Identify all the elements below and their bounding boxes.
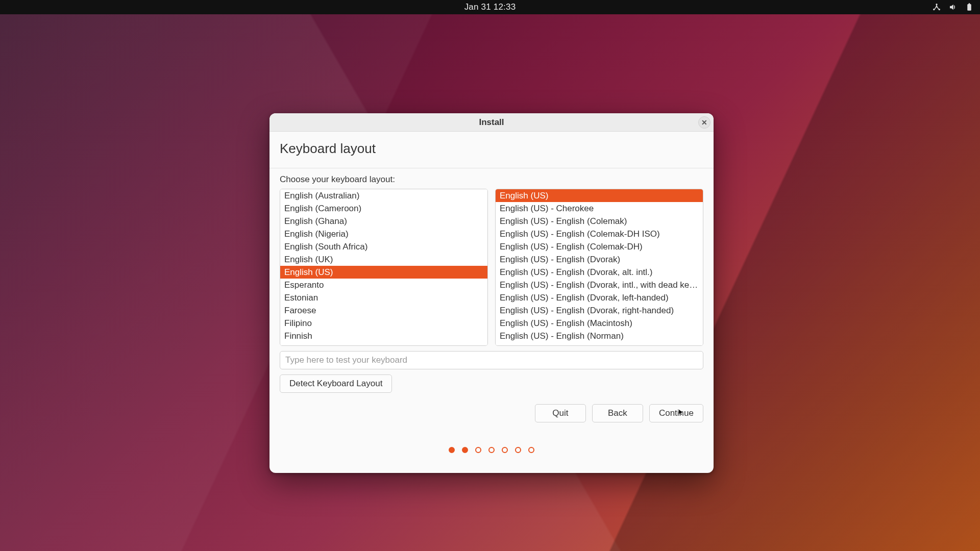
- window-titlebar: Install ✕: [270, 113, 714, 132]
- system-tray[interactable]: [932, 0, 974, 14]
- layout-lists-row: English (Australian)English (Cameroon)En…: [280, 189, 703, 346]
- progress-dot: [528, 447, 534, 453]
- variant-item[interactable]: English (US) - English (Colemak): [496, 215, 703, 228]
- layout-item[interactable]: English (South Africa): [280, 240, 487, 253]
- variant-item[interactable]: English (US) - English (Colemak-DH ISO): [496, 228, 703, 240]
- progress-dot: [449, 447, 455, 453]
- variant-item[interactable]: English (US): [496, 189, 703, 202]
- battery-icon[interactable]: [965, 3, 974, 12]
- progress-dots: [280, 447, 703, 453]
- layout-item[interactable]: Esperanto: [280, 279, 487, 291]
- variant-item[interactable]: English (US) - English (Dvorak): [496, 253, 703, 266]
- dialog-content: Keyboard layout Choose your keyboard lay…: [270, 132, 714, 473]
- gnome-top-bar: Jan 31 12:33: [0, 0, 980, 14]
- layout-item[interactable]: French: [280, 342, 487, 346]
- variant-item[interactable]: English (US) - Cherokee: [496, 202, 703, 215]
- layout-item[interactable]: English (Australian): [280, 189, 487, 202]
- detect-layout-button[interactable]: Detect Keyboard Layout: [280, 374, 392, 393]
- progress-dot: [515, 447, 521, 453]
- close-icon: ✕: [701, 118, 707, 127]
- close-button[interactable]: ✕: [698, 116, 710, 129]
- page-title: Keyboard layout: [280, 141, 703, 157]
- layout-item[interactable]: English (Ghana): [280, 215, 487, 228]
- variant-listbox[interactable]: English (US)English (US) - CherokeeEngli…: [495, 189, 703, 346]
- progress-dot: [502, 447, 508, 453]
- window-title: Install: [479, 117, 504, 128]
- layout-item[interactable]: Filipino: [280, 317, 487, 330]
- variant-item[interactable]: English (US) - English (Macintosh): [496, 317, 703, 330]
- layout-item[interactable]: English (Nigeria): [280, 228, 487, 240]
- variant-item[interactable]: English (US) - English (Dvorak, left-han…: [496, 291, 703, 304]
- divider: [270, 168, 714, 168]
- svg-rect-3: [967, 4, 971, 11]
- variant-item[interactable]: English (US) - English (Dvorak, right-ha…: [496, 304, 703, 317]
- layout-item[interactable]: Estonian: [280, 291, 487, 304]
- layout-item[interactable]: English (US): [280, 266, 487, 279]
- clock[interactable]: Jan 31 12:33: [464, 2, 516, 12]
- layout-listbox[interactable]: English (Australian)English (Cameroon)En…: [280, 189, 488, 346]
- layout-item[interactable]: Finnish: [280, 330, 487, 342]
- back-button[interactable]: Back: [592, 404, 643, 422]
- progress-dot: [462, 447, 468, 453]
- variant-item[interactable]: English (US) - English (Dvorak, intl., w…: [496, 279, 703, 291]
- variant-item[interactable]: English (US) - English (US, Symbolic): [496, 342, 703, 346]
- progress-dot: [475, 447, 481, 453]
- continue-button[interactable]: Continue: [649, 404, 703, 422]
- network-icon[interactable]: [932, 3, 941, 12]
- layout-item[interactable]: Faroese: [280, 304, 487, 317]
- install-dialog: Install ✕ Keyboard layout Choose your ke…: [270, 113, 714, 473]
- svg-rect-4: [969, 3, 970, 4]
- variant-item[interactable]: English (US) - English (Dvorak, alt. int…: [496, 266, 703, 279]
- variant-item[interactable]: English (US) - English (Colemak-DH): [496, 240, 703, 253]
- layout-item[interactable]: English (UK): [280, 253, 487, 266]
- variant-item[interactable]: English (US) - English (Norman): [496, 330, 703, 342]
- progress-dot: [488, 447, 495, 453]
- prompt-label: Choose your keyboard layout:: [280, 174, 703, 185]
- volume-icon[interactable]: [948, 3, 958, 12]
- layout-item[interactable]: English (Cameroon): [280, 202, 487, 215]
- quit-button[interactable]: Quit: [535, 404, 586, 422]
- nav-buttons: Quit Back Continue: [280, 404, 703, 422]
- keyboard-test-input[interactable]: [280, 351, 703, 369]
